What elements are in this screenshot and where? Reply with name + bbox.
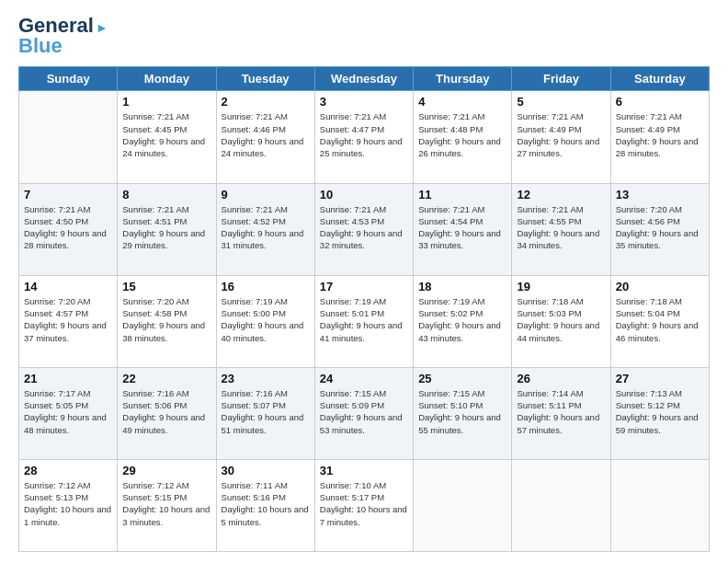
weekday-tuesday: Tuesday	[216, 67, 314, 91]
calendar-cell: 15Sunrise: 7:20 AM Sunset: 4:58 PM Dayli…	[118, 275, 216, 367]
day-info: Sunrise: 7:21 AM Sunset: 4:48 PM Dayligh…	[418, 110, 506, 159]
day-info: Sunrise: 7:19 AM Sunset: 5:02 PM Dayligh…	[418, 295, 506, 344]
day-info: Sunrise: 7:16 AM Sunset: 5:07 PM Dayligh…	[222, 387, 310, 436]
day-number: 12	[517, 188, 605, 201]
calendar-table: SundayMondayTuesdayWednesdayThursdayFrid…	[18, 66, 710, 552]
calendar-cell: 11Sunrise: 7:21 AM Sunset: 4:54 PM Dayli…	[414, 183, 512, 275]
weekday-saturday: Saturday	[610, 67, 709, 91]
calendar-cell	[512, 459, 610, 551]
day-number: 9	[222, 188, 310, 201]
day-number: 26	[517, 372, 605, 385]
weekday-friday: Friday	[512, 67, 610, 91]
day-info: Sunrise: 7:21 AM Sunset: 4:52 PM Dayligh…	[222, 203, 310, 252]
day-info: Sunrise: 7:10 AM Sunset: 5:17 PM Dayligh…	[320, 479, 408, 528]
day-number: 6	[616, 95, 704, 109]
calendar-cell: 27Sunrise: 7:13 AM Sunset: 5:12 PM Dayli…	[610, 367, 709, 459]
day-number: 23	[222, 372, 310, 385]
calendar-cell: 20Sunrise: 7:18 AM Sunset: 5:04 PM Dayli…	[610, 275, 709, 367]
day-info: Sunrise: 7:17 AM Sunset: 5:05 PM Dayligh…	[24, 387, 112, 436]
calendar-cell: 12Sunrise: 7:21 AM Sunset: 4:55 PM Dayli…	[512, 183, 610, 275]
day-number: 7	[24, 188, 112, 201]
day-info: Sunrise: 7:21 AM Sunset: 4:53 PM Dayligh…	[320, 203, 408, 252]
weekday-monday: Monday	[118, 67, 216, 91]
calendar-cell: 6Sunrise: 7:21 AM Sunset: 4:49 PM Daylig…	[610, 91, 709, 183]
day-info: Sunrise: 7:18 AM Sunset: 5:03 PM Dayligh…	[517, 295, 605, 344]
calendar-cell: 23Sunrise: 7:16 AM Sunset: 5:07 PM Dayli…	[216, 367, 314, 459]
day-info: Sunrise: 7:16 AM Sunset: 5:06 PM Dayligh…	[122, 387, 210, 436]
day-info: Sunrise: 7:12 AM Sunset: 5:13 PM Dayligh…	[24, 479, 112, 528]
day-number: 10	[320, 188, 408, 201]
day-info: Sunrise: 7:15 AM Sunset: 5:10 PM Dayligh…	[418, 387, 506, 436]
day-number: 11	[418, 188, 506, 201]
calendar-cell: 22Sunrise: 7:16 AM Sunset: 5:06 PM Dayli…	[118, 367, 216, 459]
calendar-cell: 9Sunrise: 7:21 AM Sunset: 4:52 PM Daylig…	[216, 183, 314, 275]
day-info: Sunrise: 7:21 AM Sunset: 4:51 PM Dayligh…	[122, 203, 210, 252]
calendar-cell: 13Sunrise: 7:20 AM Sunset: 4:56 PM Dayli…	[610, 183, 709, 275]
calendar-cell: 21Sunrise: 7:17 AM Sunset: 5:05 PM Dayli…	[19, 367, 118, 459]
day-number: 16	[222, 280, 310, 293]
day-number: 30	[222, 464, 310, 477]
day-info: Sunrise: 7:21 AM Sunset: 4:49 PM Dayligh…	[616, 110, 704, 159]
calendar-week-2: 7Sunrise: 7:21 AM Sunset: 4:50 PM Daylig…	[19, 183, 710, 275]
day-number: 5	[517, 95, 605, 109]
calendar-cell: 14Sunrise: 7:20 AM Sunset: 4:57 PM Dayli…	[19, 275, 118, 367]
calendar-cell: 26Sunrise: 7:14 AM Sunset: 5:11 PM Dayli…	[512, 367, 610, 459]
logo-bird-icon: ►	[96, 20, 108, 35]
day-info: Sunrise: 7:21 AM Sunset: 4:54 PM Dayligh…	[418, 203, 506, 252]
calendar-week-3: 14Sunrise: 7:20 AM Sunset: 4:57 PM Dayli…	[19, 275, 710, 367]
calendar-cell: 8Sunrise: 7:21 AM Sunset: 4:51 PM Daylig…	[118, 183, 216, 275]
day-info: Sunrise: 7:18 AM Sunset: 5:04 PM Dayligh…	[616, 295, 704, 344]
day-number: 21	[24, 372, 112, 385]
logo: General► Blue	[18, 15, 108, 57]
day-info: Sunrise: 7:20 AM Sunset: 4:58 PM Dayligh…	[122, 295, 210, 344]
page: General► Blue SundayMondayTuesdayWednesd…	[0, 0, 728, 563]
day-number: 18	[418, 280, 506, 293]
calendar-cell: 28Sunrise: 7:12 AM Sunset: 5:13 PM Dayli…	[19, 459, 118, 551]
calendar-cell: 17Sunrise: 7:19 AM Sunset: 5:01 PM Dayli…	[314, 275, 413, 367]
day-info: Sunrise: 7:19 AM Sunset: 5:01 PM Dayligh…	[320, 295, 408, 344]
calendar-cell: 25Sunrise: 7:15 AM Sunset: 5:10 PM Dayli…	[414, 367, 512, 459]
calendar-cell: 2Sunrise: 7:21 AM Sunset: 4:46 PM Daylig…	[216, 91, 314, 183]
day-info: Sunrise: 7:13 AM Sunset: 5:12 PM Dayligh…	[616, 387, 704, 436]
day-info: Sunrise: 7:21 AM Sunset: 4:50 PM Dayligh…	[24, 203, 112, 252]
calendar-cell: 16Sunrise: 7:19 AM Sunset: 5:00 PM Dayli…	[216, 275, 314, 367]
weekday-wednesday: Wednesday	[314, 67, 413, 91]
calendar-cell: 4Sunrise: 7:21 AM Sunset: 4:48 PM Daylig…	[414, 91, 512, 183]
calendar-cell	[610, 459, 709, 551]
day-number: 17	[320, 280, 408, 293]
day-info: Sunrise: 7:21 AM Sunset: 4:46 PM Dayligh…	[222, 110, 310, 159]
calendar-week-5: 28Sunrise: 7:12 AM Sunset: 5:13 PM Dayli…	[19, 459, 710, 551]
day-info: Sunrise: 7:19 AM Sunset: 5:00 PM Dayligh…	[222, 295, 310, 344]
day-number: 27	[616, 372, 704, 385]
day-number: 8	[122, 188, 210, 201]
calendar-cell	[19, 91, 118, 183]
day-number: 14	[24, 280, 112, 293]
day-number: 2	[222, 95, 310, 109]
calendar-cell: 1Sunrise: 7:21 AM Sunset: 4:45 PM Daylig…	[118, 91, 216, 183]
day-number: 19	[517, 280, 605, 293]
day-info: Sunrise: 7:21 AM Sunset: 4:55 PM Dayligh…	[517, 203, 605, 252]
day-number: 31	[320, 464, 408, 477]
calendar-cell: 24Sunrise: 7:15 AM Sunset: 5:09 PM Dayli…	[314, 367, 413, 459]
day-number: 25	[418, 372, 506, 385]
day-number: 20	[616, 280, 704, 293]
day-number: 4	[418, 95, 506, 109]
calendar-cell: 31Sunrise: 7:10 AM Sunset: 5:17 PM Dayli…	[314, 459, 413, 551]
header: General► Blue	[18, 15, 710, 57]
day-info: Sunrise: 7:20 AM Sunset: 4:56 PM Dayligh…	[616, 203, 704, 252]
calendar-cell: 18Sunrise: 7:19 AM Sunset: 5:02 PM Dayli…	[414, 275, 512, 367]
day-number: 1	[122, 95, 210, 109]
weekday-header-row: SundayMondayTuesdayWednesdayThursdayFrid…	[19, 67, 710, 91]
day-info: Sunrise: 7:21 AM Sunset: 4:49 PM Dayligh…	[517, 110, 605, 159]
day-info: Sunrise: 7:20 AM Sunset: 4:57 PM Dayligh…	[24, 295, 112, 344]
day-info: Sunrise: 7:11 AM Sunset: 5:16 PM Dayligh…	[222, 479, 310, 528]
day-info: Sunrise: 7:12 AM Sunset: 5:15 PM Dayligh…	[122, 479, 210, 528]
calendar-cell	[414, 459, 512, 551]
calendar-week-1: 1Sunrise: 7:21 AM Sunset: 4:45 PM Daylig…	[19, 91, 710, 183]
calendar-cell: 19Sunrise: 7:18 AM Sunset: 5:03 PM Dayli…	[512, 275, 610, 367]
calendar-week-4: 21Sunrise: 7:17 AM Sunset: 5:05 PM Dayli…	[19, 367, 710, 459]
day-info: Sunrise: 7:14 AM Sunset: 5:11 PM Dayligh…	[517, 387, 605, 436]
calendar-cell: 5Sunrise: 7:21 AM Sunset: 4:49 PM Daylig…	[512, 91, 610, 183]
day-number: 24	[320, 372, 408, 385]
calendar-cell: 30Sunrise: 7:11 AM Sunset: 5:16 PM Dayli…	[216, 459, 314, 551]
